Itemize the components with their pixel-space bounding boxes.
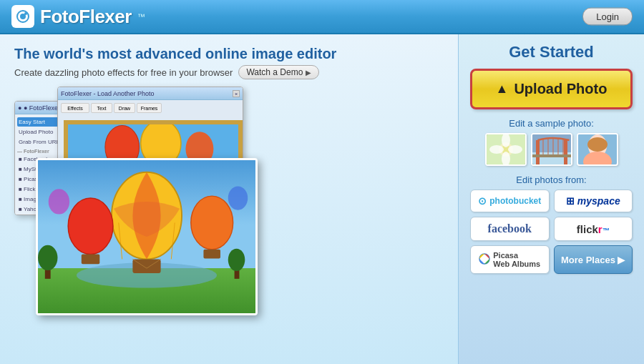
win-title-mid: FotoFlexer - Load Another Photo <box>61 90 155 97</box>
photobucket-label: photobucket <box>489 196 541 206</box>
flickr-label: flickr™ <box>577 223 610 235</box>
svg-rect-35 <box>203 250 220 259</box>
tagline-sub-text: Create dazzling photo effects for free i… <box>14 67 233 78</box>
sample-photo-person[interactable] <box>577 133 618 166</box>
picasa-button[interactable]: PicasaWeb Albums <box>470 245 550 274</box>
picasa-label: PicasaWeb Albums <box>493 251 540 268</box>
myspace-button[interactable]: ⊞ myspace <box>554 190 633 212</box>
sample-photo-bridge[interactable] <box>531 133 572 166</box>
more-places-button[interactable]: More Places ▶ <box>554 245 633 274</box>
sample-photo-flower[interactable] <box>485 133 527 166</box>
win-mid-toolbar: Effects Text Draw Frames <box>61 103 240 114</box>
svg-point-37 <box>228 186 248 210</box>
svg-point-20 <box>38 245 57 270</box>
logo-area: FotoFlexer™ <box>11 5 145 28</box>
right-panel: Get Started ▲ Upload Photo Edit a sample… <box>458 34 644 364</box>
balloon-photo-main <box>38 160 255 313</box>
facebook-button[interactable]: facebook <box>470 217 550 241</box>
upload-photo-button[interactable]: ▲ Upload Photo <box>470 69 633 109</box>
bridge-image <box>532 134 571 164</box>
logo-text: FotoFlexer <box>40 6 132 28</box>
upload-photo-label: Upload Photo <box>514 81 607 97</box>
upload-icon: ▲ <box>496 82 509 97</box>
win-close-mid[interactable]: × <box>233 90 240 97</box>
flickr-button[interactable]: flickr™ <box>554 217 633 241</box>
facebook-label: facebook <box>488 222 532 235</box>
tool-btn[interactable]: Draw <box>114 103 135 113</box>
logo-tm: ™ <box>137 12 145 21</box>
service-grid: ⊙ photobucket ⊞ myspace facebook flickr™ <box>470 190 633 274</box>
get-started-title: Get Started <box>470 43 633 62</box>
photobucket-icon: ⊙ <box>478 195 487 207</box>
screenshots-area: ● ● FotoFlexer - Select an Album Easy St… <box>14 87 444 330</box>
left-panel: The world's most advanced online image e… <box>0 34 458 364</box>
tool-btn[interactable]: Frames <box>137 103 162 113</box>
sample-photos-row <box>470 133 633 166</box>
svg-rect-47 <box>536 140 540 164</box>
svg-rect-27 <box>132 259 160 273</box>
more-places-label: More Places ▶ <box>561 255 625 265</box>
sample-photos-label: Edit a sample photo: <box>470 118 633 129</box>
screenshot-front <box>36 158 258 315</box>
svg-point-22 <box>228 249 245 271</box>
logo-icon <box>11 5 34 28</box>
photobucket-button[interactable]: ⊙ photobucket <box>470 190 550 212</box>
edit-from-label: Edit photos from: <box>470 174 633 185</box>
watch-demo-label: Watch a Demo <box>246 67 303 77</box>
svg-point-60 <box>482 257 487 261</box>
header: FotoFlexer™ Login <box>0 0 644 34</box>
svg-point-43 <box>489 145 504 154</box>
myspace-label: myspace <box>577 195 620 207</box>
watch-demo-button[interactable]: Watch a Demo <box>238 65 319 79</box>
tagline-subheading: Create dazzling photo effects for free i… <box>14 65 444 79</box>
svg-rect-54 <box>532 154 571 157</box>
tool-btn[interactable]: Text <box>91 103 112 113</box>
svg-point-44 <box>508 145 522 154</box>
tagline-heading: The world's most advanced online image e… <box>14 46 444 62</box>
myspace-icon: ⊞ <box>566 195 575 207</box>
svg-rect-48 <box>564 140 567 164</box>
person-image <box>578 134 617 164</box>
svg-point-2 <box>24 12 27 15</box>
login-button[interactable]: Login <box>582 8 633 26</box>
svg-point-36 <box>49 189 69 214</box>
win-titlebar-mid: FotoFlexer - Load Another Photo × <box>58 87 243 100</box>
tool-btn[interactable]: Effects <box>61 103 89 113</box>
svg-rect-32 <box>82 255 99 265</box>
picasa-icon <box>479 253 490 267</box>
flower-image <box>487 134 525 164</box>
main-content: The world's most advanced online image e… <box>0 34 644 364</box>
svg-point-58 <box>587 137 608 152</box>
